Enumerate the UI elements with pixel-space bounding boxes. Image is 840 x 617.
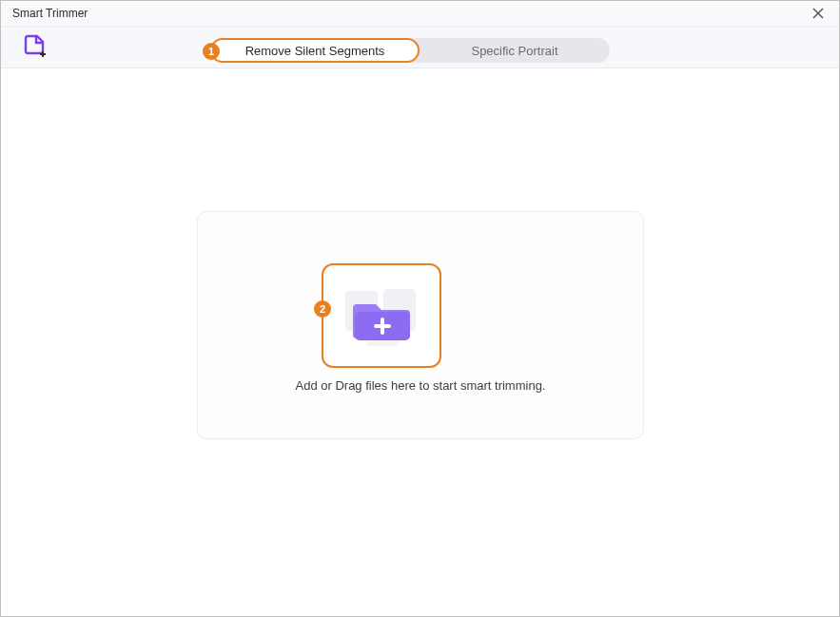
close-button[interactable]: [797, 1, 839, 26]
add-file-button[interactable]: 2: [322, 263, 441, 368]
tab-remove-silent-label: Remove Silent Segments: [245, 44, 385, 58]
dropzone-hint: Add or Drag files here to start smart tr…: [198, 378, 643, 393]
step-badge-1-label: 1: [208, 46, 214, 57]
step-badge-2-label: 2: [320, 303, 325, 315]
file-dropzone[interactable]: 2 Add or Drag files here to start smart …: [197, 211, 644, 439]
tab-specific-portrait[interactable]: Specific Portrait: [420, 38, 610, 63]
close-icon: [812, 8, 824, 19]
toolbar: 1 Remove Silent Segments Specific Portra…: [1, 27, 839, 68]
window-title: Smart Trimmer: [12, 7, 88, 20]
segmented-control: 1 Remove Silent Segments Specific Portra…: [210, 38, 610, 63]
main-content: 2 Add or Drag files here to start smart …: [1, 68, 839, 616]
titlebar: Smart Trimmer: [1, 1, 839, 27]
file-plus-icon: [22, 34, 49, 61]
tab-specific-portrait-label: Specific Portrait: [471, 44, 557, 58]
step-badge-1: 1: [203, 43, 220, 60]
step-badge-2: 2: [314, 300, 331, 318]
tab-remove-silent[interactable]: 1 Remove Silent Segments: [210, 38, 420, 63]
folder-plus-icon: [336, 278, 427, 354]
app-logo: [22, 34, 49, 61]
